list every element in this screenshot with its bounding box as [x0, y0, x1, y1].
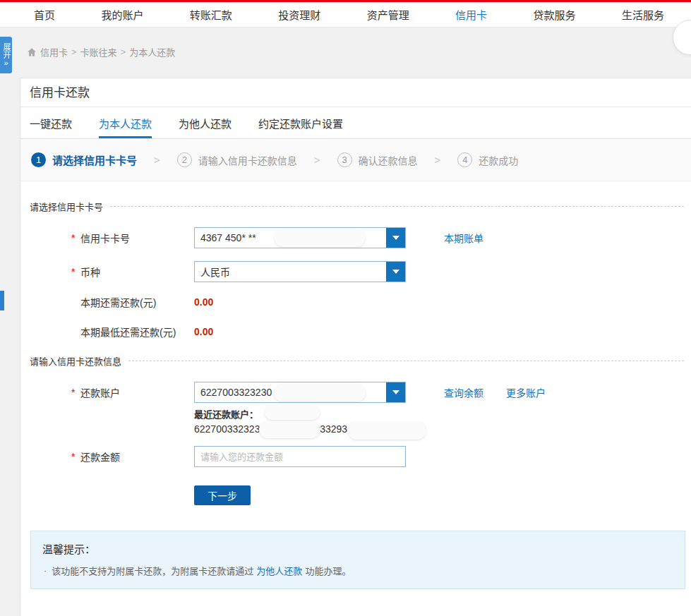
min-due-label: 本期最低还需还款(元) — [30, 325, 194, 339]
required-asterisk: * — [71, 387, 80, 398]
card-number-select[interactable]: 4367 450* ** — [194, 227, 406, 248]
page-title: 信用卡还款 — [20, 78, 691, 107]
tab-one-click-repay[interactable]: 一键还款 — [30, 107, 72, 138]
side-marker — [0, 291, 4, 310]
repay-account-label: * 还款账户 — [30, 385, 194, 399]
main-nav: 首页 我的账户 转账汇款 投资理财 资产管理 信用卡 贷款服务 生活服务 — [0, 2, 691, 28]
tips-bullet: · — [44, 565, 47, 576]
step-2-enter-info: 2 请输入信用卡还款信息 — [177, 152, 297, 167]
repay-amount-label: * 还款金额 — [30, 449, 194, 464]
card-number-row: * 信用卡卡号 4367 450* ** 本期账单 — [30, 227, 691, 248]
recent-accounts-block: 最近还款账户： 622700332323 62270033293 — [194, 407, 691, 435]
tips-text-before: 该功能不支持为附属卡还款，为附属卡还款请通过 — [52, 564, 253, 577]
min-due-value: 0.00 — [194, 326, 213, 337]
section-dashed-line — [128, 361, 684, 361]
step-indicator: 1 请选择信用卡卡号 > 2 请输入信用卡还款信息 > 3 确认还款信息 > 4… — [20, 139, 691, 181]
more-accounts-link[interactable]: 更多账户 — [506, 385, 546, 399]
step-3-number: 3 — [337, 152, 352, 167]
repay-amount-label-text: 还款金额 — [80, 449, 120, 464]
amount-due-value: 0.00 — [194, 296, 213, 308]
section-repay-info: 请输入信用卡还款信息 — [30, 354, 684, 368]
redaction-smudge — [348, 421, 426, 440]
min-due-row: 本期最低还需还款(元) 0.00 — [30, 325, 691, 339]
section-select-card: 请选择信用卡卡号 — [30, 200, 684, 213]
min-due-label-text: 本期最低还需还款(元) — [80, 325, 176, 339]
step-2-number: 2 — [177, 152, 192, 167]
required-asterisk: * — [71, 451, 80, 462]
nav-item-home[interactable]: 首页 — [34, 7, 55, 22]
recent-account[interactable]: 622700332323 — [194, 423, 260, 435]
nav-item-life-services[interactable]: 生活服务 — [622, 7, 664, 22]
section-select-card-title: 请选择信用卡卡号 — [30, 200, 103, 213]
redaction-smudge — [265, 406, 320, 420]
tab-repay-self[interactable]: 为本人还款 — [99, 107, 152, 138]
step-4-number: 4 — [457, 152, 472, 167]
step-4-label: 还款成功 — [479, 153, 518, 167]
redaction-smudge — [259, 421, 320, 438]
tab-repay-others[interactable]: 为他人还款 — [179, 107, 232, 138]
tab-agreed-account-settings[interactable]: 约定还款账户设置 — [258, 107, 343, 138]
chevron-down-icon — [386, 382, 405, 402]
tips-title: 温馨提示： — [42, 541, 673, 556]
amount-due-row: 本期还需还款(元) 0.00 — [30, 295, 691, 309]
chevron-down-icon — [386, 228, 405, 248]
chevron-down-icon — [386, 262, 405, 282]
home-icon — [27, 47, 37, 57]
main-panel: 信用卡还款 一键还款 为本人还款 为他人还款 约定还款账户设置 1 请选择信用卡… — [20, 78, 691, 616]
step-separator-icon: > — [435, 154, 441, 166]
expand-label: 展开 — [1, 43, 11, 59]
tips-box: 温馨提示： · 该功能不支持为附属卡还款，为附属卡还款请通过 为他人还款 功能办… — [30, 531, 685, 589]
breadcrumb: 信用卡 > 卡账往来 > 为本人还款 — [27, 45, 175, 59]
repay-others-link[interactable]: 为他人还款 — [256, 564, 302, 577]
repay-account-select[interactable]: 6227003323230 — [194, 382, 406, 403]
recent-accounts-list: 622700332323 62270033293 — [194, 423, 691, 435]
nav-item-transfer[interactable]: 转账汇款 — [190, 7, 232, 22]
step-1-number: 1 — [31, 152, 46, 167]
step-1-label: 请选择信用卡卡号 — [52, 152, 137, 167]
step-4-success: 4 还款成功 — [457, 152, 518, 167]
nav-item-investment[interactable]: 投资理财 — [278, 7, 320, 22]
currency-value: 人民币 — [195, 265, 386, 279]
redaction-smudge — [274, 385, 366, 401]
tips-text-after: 功能办理。 — [305, 564, 351, 577]
breadcrumb-card-transactions[interactable]: 卡账往来 — [80, 45, 117, 59]
section-dashed-line — [110, 206, 684, 207]
card-number-label: * 信用卡卡号 — [30, 231, 194, 245]
current-bill-link[interactable]: 本期账单 — [444, 231, 483, 245]
step-2-label: 请输入信用卡还款信息 — [198, 153, 297, 167]
breadcrumb-credit-card[interactable]: 信用卡 — [40, 45, 68, 59]
check-balance-link[interactable]: 查询余额 — [444, 385, 483, 399]
nav-item-loans[interactable]: 贷款服务 — [534, 7, 576, 22]
nav-item-assets[interactable]: 资产管理 — [367, 7, 409, 22]
repay-amount-row: * 还款金额 — [30, 446, 691, 467]
card-number-label-text: 信用卡卡号 — [80, 231, 130, 245]
next-step-button[interactable]: 下一步 — [194, 485, 251, 505]
repayment-tabs: 一键还款 为本人还款 为他人还款 约定还款账户设置 — [20, 107, 691, 139]
currency-label: * 币种 — [30, 265, 194, 279]
currency-select[interactable]: 人民币 — [194, 261, 406, 282]
breadcrumb-separator: > — [121, 47, 126, 57]
required-asterisk: * — [71, 232, 80, 243]
tips-line: · 该功能不支持为附属卡还款，为附属卡还款请通过 为他人还款 功能办理。 — [42, 564, 673, 577]
section-repay-info-title: 请输入信用卡还款信息 — [30, 354, 121, 368]
redaction-smudge — [275, 230, 365, 247]
breadcrumb-repay-self: 为本人还款 — [129, 45, 175, 59]
amount-due-label-text: 本期还需还款(元) — [80, 295, 156, 309]
repay-amount-input[interactable] — [194, 446, 406, 467]
double-chevron-icon: » — [4, 59, 8, 68]
nav-item-credit-card[interactable]: 信用卡 — [455, 7, 487, 22]
step-1-select-card: 1 请选择信用卡卡号 — [31, 152, 137, 167]
form-content: 请选择信用卡卡号 * 信用卡卡号 4367 450* ** 本期账单 * — [20, 181, 691, 589]
currency-row: * 币种 人民币 — [30, 261, 691, 282]
step-separator-icon: > — [314, 154, 320, 166]
expand-sidebar-tab[interactable]: 展开 » — [0, 37, 12, 73]
currency-label-text: 币种 — [80, 265, 100, 279]
page: 首页 我的账户 转账汇款 投资理财 资产管理 信用卡 贷款服务 生活服务 展开 … — [0, 0, 691, 616]
nav-item-my-account[interactable]: 我的账户 — [101, 7, 143, 22]
step-3-label: 确认还款信息 — [359, 153, 418, 167]
amount-due-label: 本期还需还款(元) — [30, 295, 194, 309]
breadcrumb-separator: > — [71, 47, 77, 57]
required-asterisk: * — [71, 266, 80, 277]
step-separator-icon: > — [154, 154, 160, 166]
repay-account-row: * 还款账户 6227003323230 查询余额 更多账户 — [30, 382, 691, 403]
